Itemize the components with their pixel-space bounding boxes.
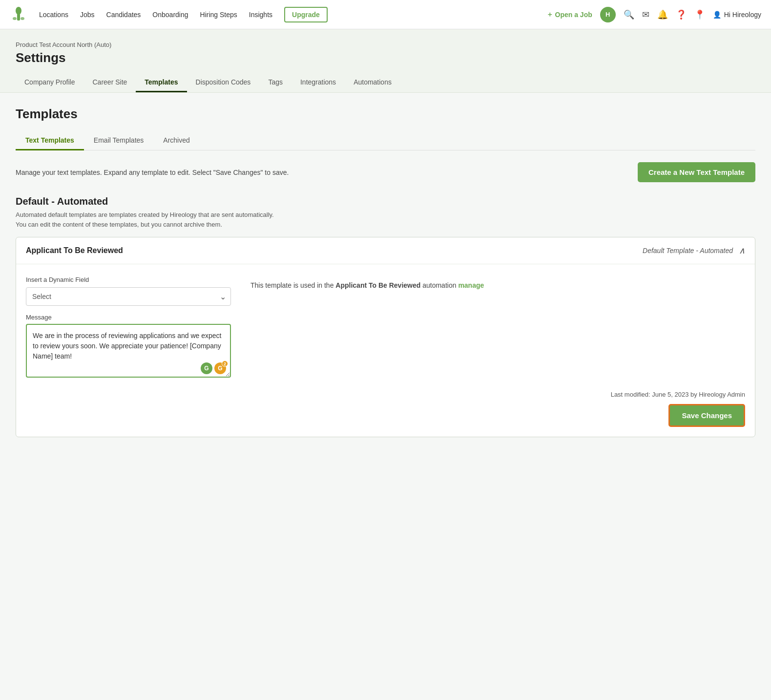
svg-rect-1 (17, 14, 20, 21)
nav-onboarding[interactable]: Onboarding (152, 11, 188, 19)
logo[interactable] (10, 6, 27, 23)
template-meta-label: Default Template - Automated (643, 247, 733, 255)
grammarly-icon[interactable]: G (201, 362, 212, 374)
nav-locations[interactable]: Locations (39, 11, 68, 19)
tab-templates[interactable]: Templates (136, 73, 187, 92)
tab-disposition-codes[interactable]: Disposition Codes (187, 73, 260, 92)
toolbar-description: Manage your text templates. Expand any t… (16, 169, 289, 176)
template-usage-info: This template is used in the Applicant T… (250, 280, 745, 291)
bell-icon[interactable]: 🔔 (657, 9, 668, 20)
user-icon: 👤 (713, 11, 721, 19)
dynamic-field-label: Insert a Dynamic Field (26, 276, 231, 283)
sub-tab-archived[interactable]: Archived (153, 131, 199, 150)
navbar-links: Locations Jobs Candidates Onboarding Hir… (39, 7, 537, 22)
grammarly-badge-count: 2 (222, 361, 228, 367)
account-name: Product Test Account North (Auto) (16, 41, 755, 48)
tab-automations[interactable]: Automations (345, 73, 400, 92)
last-modified-text: Last modified: June 5, 2023 by Hireology… (26, 391, 745, 398)
default-automated-desc: Automated default templates are template… (16, 210, 755, 229)
help-icon[interactable]: ❓ (676, 9, 687, 20)
tab-company-profile[interactable]: Company Profile (16, 73, 84, 92)
sub-tab-email-templates[interactable]: Email Templates (84, 131, 153, 150)
usage-automation-name: Applicant To Be Reviewed (335, 281, 420, 289)
nav-hiring-steps[interactable]: Hiring Steps (200, 11, 237, 19)
message-textarea[interactable]: We are in the process of reviewing appli… (26, 324, 231, 378)
nav-candidates[interactable]: Candidates (106, 11, 141, 19)
sub-tab-text-templates[interactable]: Text Templates (16, 131, 84, 150)
template-right-panel: This template is used in the Applicant T… (250, 276, 745, 379)
open-job-button[interactable]: ＋ Open a Job (546, 10, 592, 19)
plus-icon: ＋ (546, 10, 553, 19)
template-card-body: Insert a Dynamic Field Select ⌄ Message … (16, 264, 755, 391)
template-footer: Last modified: June 5, 2023 by Hireology… (16, 391, 755, 437)
svg-point-3 (21, 17, 24, 20)
grammarly-badge-icon[interactable]: G 2 (214, 362, 226, 374)
avatar[interactable]: H (600, 7, 616, 22)
manage-automation-link[interactable]: manage (458, 281, 484, 289)
template-card-header: Applicant To Be Reviewed Default Templat… (16, 237, 755, 264)
template-card-applicant-to-be-reviewed: Applicant To Be Reviewed Default Templat… (16, 237, 755, 437)
default-automated-heading: Default - Automated (16, 196, 755, 207)
settings-tabs: Company Profile Career Site Templates Di… (16, 73, 755, 92)
email-icon[interactable]: ✉ (642, 9, 649, 20)
navbar: Locations Jobs Candidates Onboarding Hir… (0, 0, 771, 29)
nav-insights[interactable]: Insights (249, 11, 272, 19)
tab-tags[interactable]: Tags (259, 73, 292, 92)
svg-point-2 (13, 17, 17, 20)
location-pin-icon[interactable]: 📍 (694, 9, 705, 20)
textarea-icons: G G 2 (201, 362, 226, 374)
save-changes-button[interactable]: Save Changes (668, 404, 745, 427)
search-icon[interactable]: 🔍 (624, 9, 634, 20)
page-title: Settings (16, 50, 755, 65)
tab-career-site[interactable]: Career Site (84, 73, 136, 92)
create-new-text-template-button[interactable]: Create a New Text Template (638, 162, 755, 182)
message-label: Message (26, 314, 231, 321)
templates-section-title: Templates (16, 106, 755, 122)
user-menu[interactable]: 👤 Hi Hireology (713, 11, 761, 19)
template-left-panel: Insert a Dynamic Field Select ⌄ Message … (26, 276, 231, 379)
main-content: Templates Text Templates Email Templates… (0, 93, 771, 700)
navbar-right: ＋ Open a Job H 🔍 ✉ 🔔 ❓ 📍 👤 Hi Hireology (537, 7, 761, 22)
template-card-meta: Default Template - Automated ∧ (643, 245, 745, 256)
dynamic-field-select[interactable]: Select (26, 287, 231, 306)
svg-point-0 (16, 7, 21, 15)
sub-tabs: Text Templates Email Templates Archived (16, 131, 755, 150)
message-textarea-wrapper: We are in the process of reviewing appli… (26, 324, 231, 379)
upgrade-button[interactable]: Upgrade (284, 7, 328, 22)
toolbar: Manage your text templates. Expand any t… (16, 162, 755, 182)
nav-jobs[interactable]: Jobs (80, 11, 95, 19)
template-card-title: Applicant To Be Reviewed (26, 246, 123, 255)
dynamic-field-select-wrapper: Select ⌄ (26, 287, 231, 306)
collapse-icon[interactable]: ∧ (739, 245, 745, 256)
tab-integrations[interactable]: Integrations (292, 73, 345, 92)
page-header: Product Test Account North (Auto) Settin… (0, 29, 771, 93)
